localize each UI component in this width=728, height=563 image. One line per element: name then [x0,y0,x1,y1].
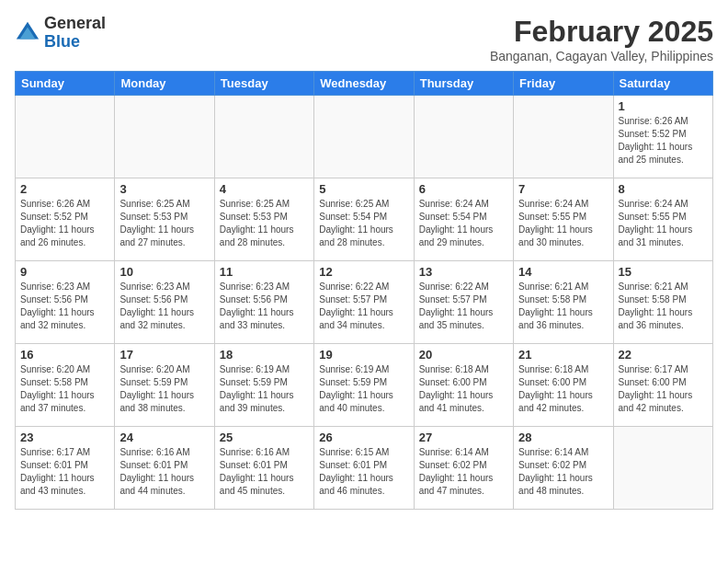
logo-general: General [44,14,106,32]
calendar-cell: 28Sunrise: 6:14 AM Sunset: 6:02 PM Dayli… [514,427,613,510]
day-info: Sunrise: 6:16 AM Sunset: 6:01 PM Dayligh… [119,446,209,498]
day-number: 16 [20,348,109,362]
calendar-cell: 17Sunrise: 6:20 AM Sunset: 5:59 PM Dayli… [115,344,214,427]
weekday-header-friday: Friday [514,72,613,96]
day-number: 26 [319,431,408,444]
day-info: Sunrise: 6:19 AM Sunset: 5:59 PM Dayligh… [319,363,408,415]
day-number: 13 [419,265,508,279]
day-number: 9 [20,265,109,279]
day-info: Sunrise: 6:17 AM Sunset: 6:01 PM Dayligh… [20,446,109,498]
day-number: 24 [119,431,209,444]
calendar-cell: 24Sunrise: 6:16 AM Sunset: 6:01 PM Dayli… [115,427,214,510]
day-number: 17 [119,348,209,362]
calendar-cell [414,96,513,178]
day-number: 11 [220,265,309,279]
day-number: 19 [319,348,408,362]
calendar-cell: 1Sunrise: 6:26 AM Sunset: 5:52 PM Daylig… [613,96,712,178]
day-info: Sunrise: 6:23 AM Sunset: 5:56 PM Dayligh… [119,281,209,332]
weekday-header-saturday: Saturday [613,72,712,96]
calendar-cell: 25Sunrise: 6:16 AM Sunset: 6:01 PM Dayli… [214,427,313,510]
day-number: 20 [419,348,508,362]
weekday-header-thursday: Thursday [414,72,513,96]
day-number: 25 [220,431,309,444]
calendar-week-5: 23Sunrise: 6:17 AM Sunset: 6:01 PM Dayli… [16,427,713,510]
calendar-cell: 18Sunrise: 6:19 AM Sunset: 5:59 PM Dayli… [214,344,313,427]
calendar-cell: 23Sunrise: 6:17 AM Sunset: 6:01 PM Dayli… [16,427,115,510]
day-number: 15 [619,265,708,279]
calendar-week-2: 2Sunrise: 6:26 AM Sunset: 5:52 PM Daylig… [16,178,713,261]
weekday-header-monday: Monday [115,72,214,96]
calendar-cell: 2Sunrise: 6:26 AM Sunset: 5:52 PM Daylig… [16,178,115,261]
day-info: Sunrise: 6:25 AM Sunset: 5:54 PM Dayligh… [319,198,408,249]
day-info: Sunrise: 6:14 AM Sunset: 6:02 PM Dayligh… [419,446,508,498]
day-number: 5 [319,182,408,196]
day-info: Sunrise: 6:18 AM Sunset: 6:00 PM Dayligh… [518,363,608,415]
calendar-cell: 5Sunrise: 6:25 AM Sunset: 5:54 PM Daylig… [314,178,414,261]
calendar-cell: 12Sunrise: 6:22 AM Sunset: 5:57 PM Dayli… [314,261,414,344]
logo-text: General Blue [44,15,106,52]
page-header: General Blue February 2025 Banganan, Cag… [15,15,713,63]
calendar-cell: 4Sunrise: 6:25 AM Sunset: 5:53 PM Daylig… [214,178,313,261]
month-title: February 2025 [490,15,713,49]
day-info: Sunrise: 6:17 AM Sunset: 6:00 PM Dayligh… [619,363,708,415]
location: Banganan, Cagayan Valley, Philippines [490,49,713,63]
day-info: Sunrise: 6:24 AM Sunset: 5:54 PM Dayligh… [419,198,508,249]
day-number: 23 [20,431,109,444]
calendar-cell [16,96,115,178]
logo-blue: Blue [44,32,80,51]
calendar-cell [514,96,613,178]
day-info: Sunrise: 6:23 AM Sunset: 5:56 PM Dayligh… [20,281,109,332]
calendar-cell: 20Sunrise: 6:18 AM Sunset: 6:00 PM Dayli… [414,344,513,427]
day-number: 3 [119,182,209,196]
day-info: Sunrise: 6:14 AM Sunset: 6:02 PM Dayligh… [518,446,608,498]
day-number: 12 [319,265,408,279]
day-number: 21 [518,348,608,362]
day-info: Sunrise: 6:26 AM Sunset: 5:52 PM Dayligh… [619,115,708,167]
day-number: 1 [619,99,708,113]
calendar-cell: 10Sunrise: 6:23 AM Sunset: 5:56 PM Dayli… [115,261,214,344]
weekday-header-sunday: Sunday [16,72,115,96]
calendar-cell: 22Sunrise: 6:17 AM Sunset: 6:00 PM Dayli… [613,344,712,427]
weekday-header-tuesday: Tuesday [214,72,313,96]
calendar-cell: 7Sunrise: 6:24 AM Sunset: 5:55 PM Daylig… [514,178,613,261]
day-number: 18 [220,348,309,362]
calendar-cell: 6Sunrise: 6:24 AM Sunset: 5:54 PM Daylig… [414,178,513,261]
day-info: Sunrise: 6:22 AM Sunset: 5:57 PM Dayligh… [319,281,408,332]
day-info: Sunrise: 6:25 AM Sunset: 5:53 PM Dayligh… [119,198,209,249]
day-number: 8 [619,182,708,196]
calendar-cell: 9Sunrise: 6:23 AM Sunset: 5:56 PM Daylig… [16,261,115,344]
day-info: Sunrise: 6:21 AM Sunset: 5:58 PM Dayligh… [518,281,608,332]
calendar-cell: 13Sunrise: 6:22 AM Sunset: 5:57 PM Dayli… [414,261,513,344]
day-info: Sunrise: 6:18 AM Sunset: 6:00 PM Dayligh… [419,363,508,415]
day-info: Sunrise: 6:24 AM Sunset: 5:55 PM Dayligh… [619,198,708,249]
calendar-week-4: 16Sunrise: 6:20 AM Sunset: 5:58 PM Dayli… [16,344,713,427]
day-info: Sunrise: 6:15 AM Sunset: 6:01 PM Dayligh… [319,446,408,498]
day-info: Sunrise: 6:20 AM Sunset: 5:58 PM Dayligh… [20,363,109,415]
calendar-cell: 8Sunrise: 6:24 AM Sunset: 5:55 PM Daylig… [613,178,712,261]
day-info: Sunrise: 6:19 AM Sunset: 5:59 PM Dayligh… [220,363,309,415]
calendar-cell [314,96,414,178]
day-info: Sunrise: 6:22 AM Sunset: 5:57 PM Dayligh… [419,281,508,332]
weekday-header-row: SundayMondayTuesdayWednesdayThursdayFrid… [16,72,713,96]
calendar-cell [214,96,313,178]
calendar-cell [115,96,214,178]
day-info: Sunrise: 6:25 AM Sunset: 5:53 PM Dayligh… [220,198,309,249]
calendar-cell [613,427,712,510]
logo: General Blue [15,15,106,52]
calendar-cell: 16Sunrise: 6:20 AM Sunset: 5:58 PM Dayli… [16,344,115,427]
calendar-week-1: 1Sunrise: 6:26 AM Sunset: 5:52 PM Daylig… [16,96,713,178]
day-number: 6 [419,182,508,196]
day-info: Sunrise: 6:26 AM Sunset: 5:52 PM Dayligh… [20,198,109,249]
day-info: Sunrise: 6:21 AM Sunset: 5:58 PM Dayligh… [619,281,708,332]
calendar-week-3: 9Sunrise: 6:23 AM Sunset: 5:56 PM Daylig… [16,261,713,344]
day-info: Sunrise: 6:23 AM Sunset: 5:56 PM Dayligh… [220,281,309,332]
day-number: 27 [419,431,508,444]
calendar-cell: 21Sunrise: 6:18 AM Sunset: 6:00 PM Dayli… [514,344,613,427]
day-number: 7 [518,182,608,196]
logo-icon [15,20,40,46]
weekday-header-wednesday: Wednesday [314,72,414,96]
day-number: 22 [619,348,708,362]
day-number: 14 [518,265,608,279]
calendar-cell: 14Sunrise: 6:21 AM Sunset: 5:58 PM Dayli… [514,261,613,344]
title-block: February 2025 Banganan, Cagayan Valley, … [490,15,713,63]
